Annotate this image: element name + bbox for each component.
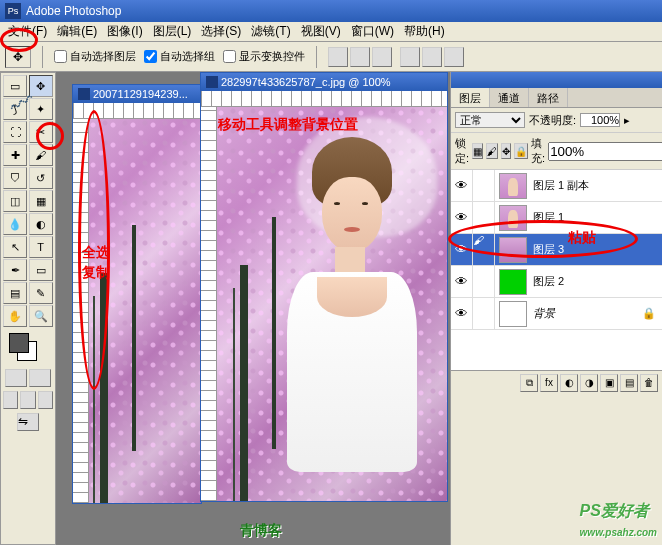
link-layers-icon[interactable]: ⧉	[520, 374, 538, 392]
new-group-icon[interactable]: ▣	[600, 374, 618, 392]
path-tool[interactable]: ↖	[3, 236, 27, 258]
auto-select-group-checkbox[interactable]: 自动选择组	[144, 49, 215, 64]
doc2-canvas[interactable]	[217, 107, 447, 501]
quickmask-mode-icon[interactable]	[29, 369, 51, 387]
layer-link-cell[interactable]	[473, 202, 495, 233]
document-window-1[interactable]: 20071129194239...	[72, 84, 202, 504]
lock-transparent-icon[interactable]: ▦	[472, 143, 483, 159]
auto-select-layer-checkbox[interactable]: 自动选择图层	[54, 49, 136, 64]
tab-paths[interactable]: 路径	[529, 88, 568, 107]
menu-filter[interactable]: 滤镜(T)	[246, 21, 295, 42]
slice-tool[interactable]: ✂	[29, 121, 53, 143]
layer-thumbnail[interactable]	[499, 301, 527, 327]
layer-row-selected[interactable]: 👁 🖌 图层 3	[451, 234, 662, 266]
layer-link-cell[interactable]	[473, 298, 495, 329]
blur-tool[interactable]: 💧	[3, 213, 27, 235]
auto-select-layer-input[interactable]	[54, 50, 67, 63]
lock-position-icon[interactable]: ✥	[501, 143, 511, 159]
doc1-canvas[interactable]	[89, 119, 201, 503]
opacity-input[interactable]	[580, 113, 620, 127]
show-transform-input[interactable]	[223, 50, 236, 63]
visibility-toggle-icon[interactable]: 👁	[451, 234, 473, 265]
tab-channels[interactable]: 通道	[490, 88, 529, 107]
visibility-toggle-icon[interactable]: 👁	[451, 170, 473, 201]
layer-name[interactable]: 图层 2	[531, 274, 662, 289]
screen-mode-2-icon[interactable]	[20, 391, 35, 409]
layer-mask-icon[interactable]: ◐	[560, 374, 578, 392]
hand-tool[interactable]: ✋	[3, 305, 27, 327]
move-tool[interactable]: ✥	[29, 75, 53, 97]
menu-window[interactable]: 窗口(W)	[346, 21, 399, 42]
layer-name[interactable]: 图层 1	[531, 210, 662, 225]
heal-tool[interactable]: ✚	[3, 144, 27, 166]
menu-edit[interactable]: 编辑(E)	[52, 21, 102, 42]
menu-image[interactable]: 图像(I)	[102, 21, 147, 42]
layer-link-cell[interactable]: 🖌	[473, 234, 495, 265]
jump-to-icon[interactable]: ⇋	[17, 413, 39, 431]
tool-indicator[interactable]: ✥	[5, 46, 31, 68]
auto-select-group-input[interactable]	[144, 50, 157, 63]
menu-view[interactable]: 视图(V)	[296, 21, 346, 42]
brush-tool[interactable]: 🖌	[29, 144, 53, 166]
layer-row[interactable]: 👁 背景 🔒	[451, 298, 662, 330]
wand-tool[interactable]: ✦	[29, 98, 53, 120]
tab-layers[interactable]: 图层	[451, 88, 490, 107]
layer-style-icon[interactable]: fx	[540, 374, 558, 392]
lock-all-icon[interactable]: 🔒	[514, 143, 528, 159]
color-swatches[interactable]	[3, 331, 53, 365]
document-window-2[interactable]: 282997t433625787_c.jpg @ 100%	[200, 72, 448, 502]
layer-thumbnail[interactable]	[499, 205, 527, 231]
eyedropper-tool[interactable]: ✎	[29, 282, 53, 304]
adjustment-layer-icon[interactable]: ◑	[580, 374, 598, 392]
doc1-title-bar[interactable]: 20071129194239...	[73, 85, 201, 103]
lasso-tool[interactable]: ⟆	[3, 98, 27, 120]
layer-row[interactable]: 👁 图层 1 副本	[451, 170, 662, 202]
crop-tool[interactable]: ⛶	[3, 121, 27, 143]
layer-row[interactable]: 👁 图层 2	[451, 266, 662, 298]
visibility-toggle-icon[interactable]: 👁	[451, 266, 473, 297]
layer-name[interactable]: 图层 3	[531, 242, 662, 257]
menu-help[interactable]: 帮助(H)	[399, 21, 450, 42]
menu-select[interactable]: 选择(S)	[196, 21, 246, 42]
gradient-tool[interactable]: ▦	[29, 190, 53, 212]
layer-thumbnail[interactable]	[499, 237, 527, 263]
pen-tool[interactable]: ✒	[3, 259, 27, 281]
new-layer-icon[interactable]: ▤	[620, 374, 638, 392]
screen-mode-3-icon[interactable]	[38, 391, 53, 409]
lock-pixels-icon[interactable]: 🖌	[486, 143, 498, 159]
menu-layer[interactable]: 图层(L)	[148, 21, 197, 42]
eraser-tool[interactable]: ◫	[3, 190, 27, 212]
show-transform-checkbox[interactable]: 显示变换控件	[223, 49, 305, 64]
marquee-tool[interactable]: ▭	[3, 75, 27, 97]
standard-mode-icon[interactable]	[5, 369, 27, 387]
align-top-icon[interactable]	[328, 47, 348, 67]
layer-thumbnail[interactable]	[499, 173, 527, 199]
history-brush-tool[interactable]: ↺	[29, 167, 53, 189]
layer-row[interactable]: 👁 图层 1	[451, 202, 662, 234]
notes-tool[interactable]: ▤	[3, 282, 27, 304]
layer-name[interactable]: 图层 1 副本	[531, 178, 662, 193]
dist-2-icon[interactable]	[422, 47, 442, 67]
visibility-toggle-icon[interactable]: 👁	[451, 202, 473, 233]
zoom-tool[interactable]: 🔍	[29, 305, 53, 327]
layer-link-cell[interactable]	[473, 266, 495, 297]
shape-tool[interactable]: ▭	[29, 259, 53, 281]
opacity-arrow-icon[interactable]: ▸	[624, 114, 630, 127]
layer-thumbnail[interactable]	[499, 269, 527, 295]
delete-layer-icon[interactable]: 🗑	[640, 374, 658, 392]
type-tool[interactable]: T	[29, 236, 53, 258]
fill-input[interactable]	[548, 142, 662, 161]
dodge-tool[interactable]: ◐	[29, 213, 53, 235]
align-middle-icon[interactable]	[350, 47, 370, 67]
visibility-toggle-icon[interactable]: 👁	[451, 298, 473, 329]
blend-mode-select[interactable]: 正常	[455, 112, 525, 128]
align-bottom-icon[interactable]	[372, 47, 392, 67]
stamp-tool[interactable]: ⛉	[3, 167, 27, 189]
layer-link-cell[interactable]	[473, 170, 495, 201]
layer-name[interactable]: 背景	[531, 306, 642, 321]
menu-file[interactable]: 文件(F)	[3, 21, 52, 42]
fg-color-swatch[interactable]	[9, 333, 29, 353]
dist-1-icon[interactable]	[400, 47, 420, 67]
panel-drag-bar[interactable]	[451, 72, 662, 88]
screen-mode-1-icon[interactable]	[3, 391, 18, 409]
